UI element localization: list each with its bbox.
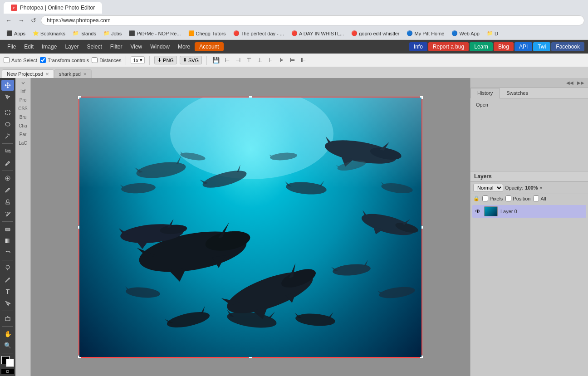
eraser-tool[interactable]: [1, 224, 14, 234]
align-center-icon[interactable]: ⊣: [233, 56, 242, 65]
lock-pixels-checkbox[interactable]: [482, 195, 488, 201]
menu-image[interactable]: Image: [38, 42, 60, 52]
menu-more[interactable]: More: [174, 42, 194, 52]
bookmark-day-whistl[interactable]: 🔴 A DAY IN WHISTL...: [289, 29, 347, 37]
forward-button[interactable]: →: [16, 16, 26, 25]
auto-select-checkbox[interactable]: [4, 57, 10, 63]
menu-window[interactable]: Window: [147, 42, 173, 52]
panel-right-arrow[interactable]: ▶▶: [575, 79, 586, 86]
magic-wand-tool[interactable]: [1, 131, 14, 142]
hand-tool[interactable]: ✋: [1, 328, 14, 339]
bookmark-pitt-home[interactable]: 🔵 My Pitt Home: [404, 29, 447, 37]
align-vmid-icon[interactable]: ⊧: [277, 56, 286, 65]
path-select-tool[interactable]: [1, 298, 14, 309]
smudge-tool[interactable]: [1, 247, 14, 258]
stamp-tool[interactable]: [1, 196, 14, 207]
menu-layer[interactable]: Layer: [61, 42, 82, 52]
brush-tool[interactable]: [1, 185, 14, 195]
account-button[interactable]: Account: [195, 42, 223, 51]
active-browser-tab[interactable]: P Photopea | Online Photo Editor: [4, 2, 102, 14]
swatches-tab[interactable]: Swatches: [500, 88, 535, 98]
zoom-tool[interactable]: 🔍: [1, 340, 14, 351]
bookmark-islands[interactable]: 📁 Islands: [70, 29, 99, 37]
marquee-rect-tool[interactable]: [1, 107, 14, 117]
eyedropper-tool[interactable]: [1, 157, 14, 168]
menu-select[interactable]: Select: [83, 42, 105, 52]
bookmark-jobs[interactable]: 📁 Jobs: [101, 29, 124, 37]
tab-new-project[interactable]: New Project.psd ✕: [2, 69, 54, 78]
mini-lac[interactable]: LaC: [18, 140, 28, 146]
facebook-button[interactable]: Facebook: [551, 42, 584, 51]
mini-par[interactable]: Par: [19, 131, 28, 138]
mini-info[interactable]: Inf: [20, 88, 26, 95]
tool-separator-1: [2, 105, 13, 105]
back-button[interactable]: ←: [4, 16, 14, 25]
crop-tool[interactable]: [1, 146, 14, 156]
layer-item[interactable]: 👁 Layer 0: [472, 205, 586, 218]
history-item-open[interactable]: Open: [474, 101, 584, 108]
tab-close-shark[interactable]: ✕: [83, 72, 87, 77]
align-left-icon[interactable]: ⊢: [222, 56, 231, 65]
export-svg-button[interactable]: ⬇ SVG: [180, 56, 202, 64]
color-picker[interactable]: [1, 356, 14, 367]
align-bottom-icon[interactable]: ⊨: [288, 56, 297, 65]
bookmark-webapp[interactable]: 🔵 Web App: [449, 29, 482, 37]
panel-collapse-btn[interactable]: [20, 80, 26, 86]
dodge-tool[interactable]: [1, 262, 14, 273]
menu-filter[interactable]: Filter: [107, 42, 126, 52]
panel-left-arrow[interactable]: ◀◀: [564, 79, 575, 86]
quick-mask-button[interactable]: D: [1, 369, 14, 374]
zoom-dropdown[interactable]: 1x ▾: [131, 56, 145, 64]
menu-file[interactable]: File: [4, 42, 20, 52]
mini-css[interactable]: CSS: [17, 105, 29, 112]
opacity-dropdown-arrow[interactable]: ▾: [540, 186, 542, 190]
grid-icon[interactable]: ⊩: [299, 56, 308, 65]
save-icon[interactable]: 💾: [211, 56, 220, 65]
api-button[interactable]: API: [514, 42, 532, 51]
menu-view[interactable]: View: [127, 42, 146, 52]
bookmark-bookmarks[interactable]: ⭐ Bookmarks: [30, 29, 68, 37]
reload-button[interactable]: ↺: [29, 16, 38, 25]
bookmark-perfect-day[interactable]: 🔴 The perfect day - ...: [230, 29, 287, 37]
blog-button[interactable]: Blog: [494, 42, 514, 51]
mini-pro[interactable]: Pro: [19, 97, 28, 103]
lasso-tool[interactable]: [1, 119, 14, 130]
chevron-down-icon: ▾: [140, 57, 142, 63]
tab-shark[interactable]: shark.psd ✕: [54, 69, 92, 78]
pen-tool[interactable]: [1, 274, 14, 285]
bookmark-pittme[interactable]: ⬛ Pitt+Me - NOP Re...: [126, 29, 183, 37]
export-png-button[interactable]: ⬇ PNG: [154, 56, 177, 64]
twitter-button[interactable]: Twi: [533, 42, 550, 51]
arrow-tool[interactable]: [1, 92, 14, 103]
align-top-icon[interactable]: ⊦: [266, 56, 275, 65]
mini-cha[interactable]: Cha: [18, 122, 28, 129]
menu-edit[interactable]: Edit: [20, 42, 37, 52]
type-tool[interactable]: T: [1, 286, 14, 297]
background-color[interactable]: [6, 359, 14, 367]
tab-close-new-project[interactable]: ✕: [45, 72, 49, 77]
gradient-tool[interactable]: [1, 235, 14, 246]
learn-button[interactable]: Learn: [470, 42, 493, 51]
history-tab[interactable]: History: [470, 88, 500, 98]
move-tool[interactable]: [1, 80, 14, 91]
bookmark-d[interactable]: 📁 D: [484, 29, 501, 37]
report-bug-button[interactable]: Report a bug: [428, 42, 469, 51]
bookmark-chegg[interactable]: 🟧 Chegg Tutors: [186, 29, 229, 37]
layer-visibility-eye[interactable]: 👁: [474, 208, 481, 215]
mini-bru[interactable]: Bru: [19, 114, 28, 121]
bookmark-gopro[interactable]: 🔴 gopro edit whistler: [348, 29, 402, 37]
address-bar[interactable]: [41, 15, 584, 25]
lock-all-checkbox[interactable]: [533, 195, 539, 201]
transform-controls-checkbox[interactable]: [40, 57, 46, 63]
lock-position-checkbox[interactable]: [505, 195, 511, 201]
info-button[interactable]: Info: [409, 42, 427, 51]
canvas-area[interactable]: [31, 78, 470, 376]
shape-tool[interactable]: [1, 313, 14, 324]
blend-mode-select[interactable]: Normal: [473, 184, 503, 192]
distances-checkbox[interactable]: [92, 57, 98, 63]
bookmark-apps[interactable]: ⬛ Apps: [4, 29, 28, 37]
align-right-icon[interactable]: ⊤: [244, 56, 253, 65]
heal-tool[interactable]: [1, 173, 14, 184]
distribute-icon[interactable]: ⊥: [255, 56, 264, 65]
history-brush-tool[interactable]: [1, 208, 14, 219]
